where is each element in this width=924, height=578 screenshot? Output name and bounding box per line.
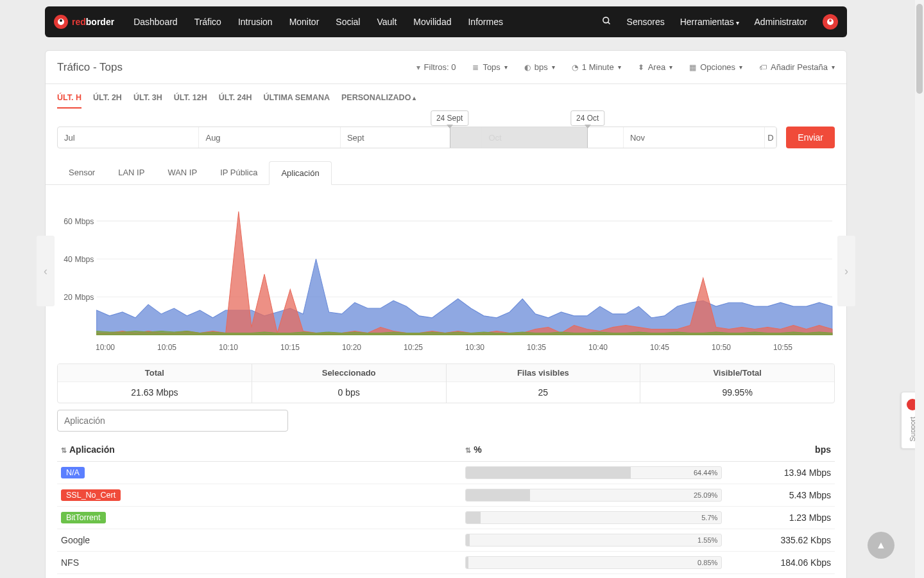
chart-type-dropdown[interactable]: ⬍Area [638, 62, 672, 72]
stat-seleccionado: Seleccionado 0 bps [252, 364, 447, 403]
clock-icon: ◔ [572, 63, 578, 72]
x-tick: 10:20 [342, 343, 404, 352]
app-label[interactable]: Google [61, 535, 90, 545]
col-bps[interactable]: bps [726, 438, 835, 462]
app-badge[interactable]: N/A [61, 467, 85, 478]
app-badge[interactable]: SSL_No_Cert [61, 489, 121, 501]
bps-value: 13.94 Mbps [726, 462, 835, 484]
gauge-icon: ◐ [524, 63, 531, 72]
range-ultima-semana[interactable]: ÚLTIMA SEMANA [264, 93, 330, 109]
x-tick: 10:40 [588, 343, 650, 352]
svg-line-1 [608, 22, 610, 24]
nav-vault[interactable]: Vault [377, 17, 397, 27]
nav-monitor[interactable]: Monitor [289, 17, 320, 27]
svg-text:60 Mbps: 60 Mbps [64, 216, 94, 226]
table-row[interactable]: SSL_No_Cert25.09%5.43 Mbps [57, 484, 835, 507]
table-row[interactable]: BitTorrent5.7%1.23 Mbps [57, 507, 835, 529]
x-tick: 10:05 [157, 343, 219, 352]
chart-prev-button[interactable]: ‹ [37, 236, 55, 306]
tab-sensor[interactable]: Sensor [57, 161, 107, 184]
filter-count[interactable]: ▾Filtros: 0 [416, 62, 456, 72]
x-tick: 10:30 [465, 343, 527, 352]
x-tick: 10:25 [404, 343, 465, 352]
bps-value: 5.43 Mbps [726, 484, 835, 507]
range-personalizado[interactable]: PERSONALIZADO [341, 93, 416, 109]
nav-herramientas[interactable]: Herramientas [680, 17, 739, 27]
stat-filas-visibles: Filas visibles 25 [447, 364, 641, 403]
tab-lan-ip[interactable]: LAN IP [107, 161, 156, 184]
pct-bar: 1.55% [465, 534, 722, 547]
nav-movilidad[interactable]: Movilidad [413, 17, 451, 27]
pct-bar: 25.09% [465, 489, 722, 502]
col-pct[interactable]: ⇅% [461, 438, 726, 462]
month-aug: Aug [199, 127, 340, 148]
pct-value: 1.55% [697, 536, 717, 544]
tab-aplicacion[interactable]: Aplicación [269, 161, 331, 185]
nav-links: Dashboard Tráfico Intrusion Monitor Soci… [133, 17, 503, 27]
bps-value: 184.06 Kbps [726, 552, 835, 574]
nav-dashboard[interactable]: Dashboard [133, 17, 178, 27]
unit-bps-dropdown[interactable]: ◐bps [524, 62, 555, 72]
x-tick: 10:00 [96, 343, 157, 352]
time-range-tabs: ÚLT. H ÚLT. 2H ÚLT. 3H ÚLT. 12H ÚLT. 24H… [46, 84, 846, 109]
page-title: Tráfico - Tops [57, 61, 123, 74]
tag-icon: 🏷 [759, 63, 767, 72]
interval-dropdown[interactable]: ◔1 Minute [572, 62, 621, 72]
pct-value: 64.44% [694, 469, 717, 477]
table-row[interactable]: N/A64.44%13.94 Mbps [57, 462, 835, 484]
tab-wan-ip[interactable]: WAN IP [156, 161, 209, 184]
nav-intrusion[interactable]: Intrusion [238, 17, 273, 27]
range-ult-2h[interactable]: ÚLT. 2H [93, 93, 122, 109]
tab-ip-publica[interactable]: IP Pública [209, 161, 269, 184]
x-tick: 10:45 [650, 343, 712, 352]
applications-table: ⇅Aplicación ⇅% bps N/A64.44%13.94 MbpsSS… [57, 438, 835, 574]
date-handle-left[interactable] [447, 125, 453, 128]
x-tick: 10:50 [712, 343, 773, 352]
range-ult-12h[interactable]: ÚLT. 12H [174, 93, 207, 109]
nav-social[interactable]: Social [336, 17, 360, 27]
pct-bar: 5.7% [465, 511, 722, 524]
add-tab-dropdown[interactable]: 🏷Añadir Pestaña [759, 62, 835, 72]
scroll-to-top-button[interactable]: ▲ [868, 532, 894, 559]
user-avatar-icon[interactable] [823, 14, 838, 30]
stat-visible-total: Visible/Total 99.95% [640, 364, 834, 403]
nav-sensores[interactable]: Sensores [627, 17, 665, 27]
view-tops-dropdown[interactable]: ≣Tops [472, 62, 507, 72]
svg-text:40 Mbps: 40 Mbps [64, 254, 94, 264]
page-scrollbar[interactable] [915, 0, 924, 578]
x-tick: 10:10 [219, 343, 280, 352]
date-track[interactable]: Jul Aug Sept Oct Nov D 24 Sept 24 Oct [57, 127, 777, 148]
x-tick: 10:55 [773, 343, 835, 352]
list-icon: ≣ [472, 63, 479, 72]
nav-informes[interactable]: Informes [468, 17, 502, 27]
range-ult-3h[interactable]: ÚLT. 3H [133, 93, 162, 109]
options-dropdown[interactable]: ▦Opciones [689, 62, 742, 72]
stats-strip: Total 21.63 Mbps Seleccionado 0 bps Fila… [57, 363, 835, 403]
pct-bar: 64.44% [465, 466, 722, 479]
filter-input[interactable] [57, 410, 288, 432]
col-aplicacion[interactable]: ⇅Aplicación [57, 438, 461, 462]
pct-value: 25.09% [694, 491, 717, 499]
brand-logo[interactable]: redborder [54, 15, 114, 29]
app-badge[interactable]: BitTorrent [61, 512, 106, 523]
table-row[interactable]: NFS0.85%184.06 Kbps [57, 552, 835, 574]
search-icon[interactable] [602, 16, 612, 28]
submit-button[interactable]: Enviar [786, 127, 835, 148]
nav-administrator[interactable]: Administrator [755, 17, 807, 27]
range-ult-h[interactable]: ÚLT. H [57, 93, 81, 109]
table-row[interactable]: Google1.55%335.62 Kbps [57, 529, 835, 552]
app-label[interactable]: NFS [61, 557, 79, 568]
logo-text-white: border [86, 17, 114, 27]
month-d: D [765, 127, 776, 148]
logo-text-red: red [72, 17, 86, 27]
date-range-row: Jul Aug Sept Oct Nov D 24 Sept 24 Oct En… [46, 109, 846, 155]
date-handle-right[interactable] [585, 125, 591, 128]
chart-container: ‹ › 60 Mbps40 Mbps20 Mbps 10:0010:0510:1… [46, 185, 846, 357]
chart-next-button[interactable]: › [837, 236, 855, 306]
range-ult-24h[interactable]: ÚLT. 24H [219, 93, 252, 109]
x-tick: 10:15 [280, 343, 342, 352]
panel-header: Tráfico - Tops ▾Filtros: 0 ≣Tops ◐bps ◔1… [46, 51, 846, 84]
date-handle-left-label[interactable]: 24 Sept [431, 110, 468, 126]
date-handle-right-label[interactable]: 24 Oct [570, 110, 604, 126]
nav-trafico[interactable]: Tráfico [194, 17, 221, 27]
